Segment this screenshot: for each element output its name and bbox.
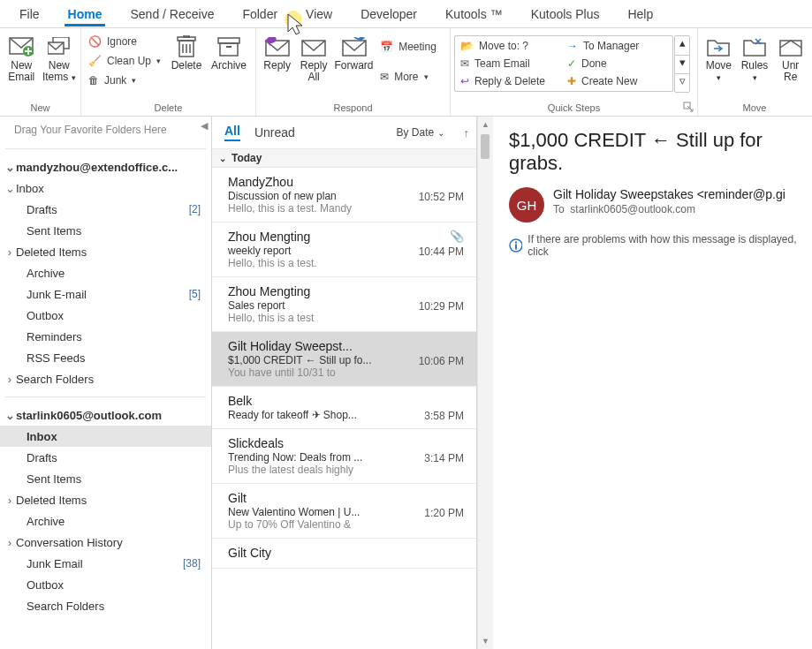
quickstep-item[interactable]: ✓Done bbox=[567, 57, 669, 70]
quickstep-item[interactable]: ✚Create New bbox=[567, 75, 669, 87]
delete-label: Delete bbox=[171, 60, 202, 72]
tab-kutools-plus[interactable]: Kutools Plus bbox=[517, 2, 614, 26]
ignore-button[interactable]: 🚫Ignore bbox=[85, 32, 164, 51]
sort-by-button[interactable]: By Date ⌄ bbox=[396, 126, 444, 139]
folder-item[interactable]: RSS Feeds bbox=[0, 347, 211, 368]
reading-to: To starlink0605@outlook.com bbox=[553, 203, 808, 215]
reading-pane: $1,000 CREDIT ← Still up for grabs. GH G… bbox=[493, 117, 812, 649]
message-item[interactable]: 📎Zhou Mengtingweekly reportHello, this i… bbox=[212, 223, 476, 277]
scroll-down-button[interactable]: ▼ bbox=[478, 633, 493, 649]
quickstep-label: Move to: ? bbox=[479, 40, 528, 52]
message-item[interactable]: Zhou MengtingSales reportHello, this is … bbox=[212, 277, 476, 332]
new-email-label: NewEmail bbox=[8, 60, 34, 83]
folder-item[interactable]: ›Deleted Items bbox=[0, 489, 211, 510]
message-item[interactable]: Gilt City bbox=[212, 539, 476, 569]
filter-tab-unread[interactable]: Unread bbox=[254, 125, 295, 140]
quicksteps-scroll-up[interactable]: ▴ bbox=[675, 36, 689, 55]
ribbon-group-respond-label: Respond bbox=[256, 101, 450, 116]
message-subject: $1,000 CREDIT ← Still up fo... bbox=[228, 354, 387, 366]
folder-item[interactable]: ›Conversation History bbox=[0, 532, 211, 553]
folder-item[interactable]: Drafts[2] bbox=[0, 199, 211, 220]
sort-direction-button[interactable]: ↑ bbox=[464, 126, 470, 140]
tab-home[interactable]: Home bbox=[54, 2, 117, 26]
forward-button[interactable]: Forward bbox=[333, 32, 375, 73]
rules-icon bbox=[741, 34, 768, 60]
reply-all-button[interactable]: ReplyAll bbox=[296, 32, 330, 85]
new-email-button[interactable]: NewEmail bbox=[4, 32, 40, 85]
rules-button[interactable]: Rules▾ bbox=[738, 32, 772, 85]
folder-item[interactable]: Drafts bbox=[0, 447, 211, 468]
message-preview: Hello, this is a test. Mandy bbox=[228, 202, 422, 215]
expand-icon: › bbox=[4, 245, 16, 259]
tab-view[interactable]: View bbox=[292, 2, 346, 26]
folder-item[interactable]: Search Folders bbox=[0, 595, 211, 616]
quicksteps-expand[interactable]: ▿ bbox=[675, 73, 689, 92]
quickstep-item[interactable]: →To Manager bbox=[567, 40, 669, 52]
delete-button[interactable]: Delete bbox=[166, 32, 207, 73]
message-time: 3:58 PM bbox=[424, 410, 464, 422]
reading-subject: $1,000 CREDIT ← Still up for grabs. bbox=[509, 129, 808, 175]
reply-button[interactable]: Reply bbox=[260, 32, 294, 73]
folder-item[interactable]: Archive bbox=[0, 510, 211, 532]
new-items-button[interactable]: NewItems ▾ bbox=[42, 32, 78, 85]
folder-item[interactable]: Outbox bbox=[0, 574, 211, 595]
tab-file[interactable]: File bbox=[5, 2, 54, 26]
folder-item[interactable]: Sent Items bbox=[0, 220, 211, 241]
move-button[interactable]: Move▾ bbox=[702, 32, 736, 85]
junk-button[interactable]: 🗑Junk▾ bbox=[85, 71, 164, 90]
tab-send-receive[interactable]: Send / Receive bbox=[116, 2, 228, 26]
message-item[interactable]: MandyZhouDiscussion of new planHello, th… bbox=[212, 168, 476, 223]
more-respond-button[interactable]: ✉More▾ bbox=[376, 67, 446, 87]
folder-item[interactable]: Inbox bbox=[0, 426, 211, 447]
tab-developer[interactable]: Developer bbox=[346, 2, 431, 26]
favorites-placeholder: Drag Your Favorite Folders Here bbox=[0, 117, 211, 141]
account-header[interactable]: ⌄mandyzhou@extendoffice.c... bbox=[0, 156, 211, 177]
filter-tab-all[interactable]: All bbox=[224, 124, 240, 141]
forward-label: Forward bbox=[334, 60, 373, 72]
folder-item[interactable]: Outbox bbox=[0, 305, 211, 326]
folder-item[interactable]: Junk E-mail[5] bbox=[0, 283, 211, 305]
message-preview: Up to 70% Off Valentino & bbox=[228, 518, 422, 531]
message-item[interactable]: SlickdealsTrending Now: Deals from ...Pl… bbox=[212, 429, 476, 484]
archive-button[interactable]: Archive bbox=[209, 32, 249, 73]
quicksteps-scroll-down[interactable]: ▾ bbox=[675, 55, 689, 73]
tab-folder[interactable]: Folder bbox=[228, 2, 292, 26]
quickstep-item[interactable]: ✉Team Email bbox=[460, 57, 562, 70]
message-item[interactable]: Gilt Holiday Sweepst...$1,000 CREDIT ← S… bbox=[212, 332, 476, 387]
folder-item[interactable]: ⌄Inbox bbox=[0, 177, 211, 199]
ribbon-group-respond: Reply ReplyAll Forward 📅Meeting ✉More▾ R… bbox=[256, 28, 451, 116]
folder-item[interactable]: Sent Items bbox=[0, 468, 211, 489]
message-time: 3:14 PM bbox=[424, 452, 464, 464]
meeting-button[interactable]: 📅Meeting bbox=[376, 37, 446, 57]
folder-item[interactable]: ›Search Folders bbox=[0, 368, 211, 389]
quickstep-item[interactable]: ↩Reply & Delete bbox=[460, 75, 562, 87]
tab-help[interactable]: Help bbox=[613, 2, 667, 26]
cleanup-button[interactable]: 🧹Clean Up▾ bbox=[85, 51, 164, 71]
message-item[interactable]: GiltNew Valentino Women | U...Up to 70% … bbox=[212, 484, 476, 539]
message-from: Belk bbox=[228, 394, 464, 408]
folder-item[interactable]: Junk Email[38] bbox=[0, 553, 211, 574]
folder-pane-collapse-icon[interactable]: ◀ bbox=[201, 120, 208, 132]
scroll-up-button[interactable]: ▲ bbox=[478, 117, 493, 132]
quicksteps-dialog-launcher-icon[interactable] bbox=[683, 102, 694, 112]
folder-item[interactable]: Reminders bbox=[0, 326, 211, 347]
message-item[interactable]: BelkReady for takeoff ✈ Shop...3:58 PM bbox=[212, 387, 476, 429]
main-area: ◀ Drag Your Favorite Folders Here ⌄mandy… bbox=[0, 117, 812, 649]
sender-avatar: GH bbox=[509, 187, 544, 223]
quicksteps-gallery[interactable]: 📂Move to: ?→To Manager✉Team Email✓Done↩R… bbox=[454, 35, 673, 92]
group-header-today[interactable]: ⌄ Today bbox=[212, 148, 476, 168]
folder-item[interactable]: Archive bbox=[0, 262, 211, 283]
folder-item[interactable]: ›Deleted Items bbox=[0, 241, 211, 262]
message-time: 10:52 PM bbox=[419, 191, 464, 203]
tab-kutools-[interactable]: Kutools ™ bbox=[431, 2, 517, 26]
message-preview: Plus the latest deals highly bbox=[228, 464, 422, 476]
account-header[interactable]: ⌄starlink0605@outlook.com bbox=[0, 404, 211, 426]
scroll-thumb[interactable] bbox=[481, 134, 489, 159]
new-items-icon bbox=[46, 34, 72, 60]
message-list-scrollbar[interactable]: ▲ ▼ bbox=[477, 117, 493, 649]
quickstep-item[interactable]: 📂Move to: ? bbox=[460, 40, 562, 52]
info-bar[interactable]: If there are problems with how this mess… bbox=[509, 233, 808, 258]
unread-read-button[interactable]: UnrRe bbox=[773, 32, 808, 85]
quickstep-icon: 📂 bbox=[460, 40, 474, 52]
reply-icon bbox=[264, 34, 291, 60]
